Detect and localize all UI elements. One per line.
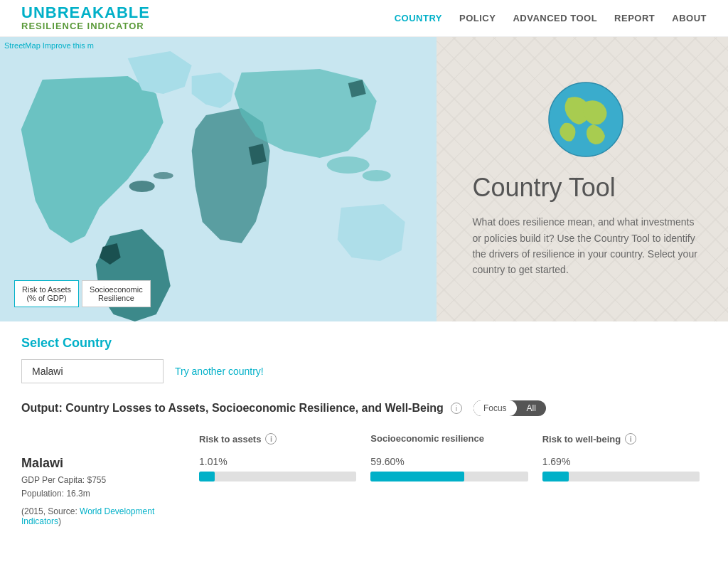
panel-title: Country Tool bbox=[472, 173, 700, 203]
col-header-risk-assets: Risk to assets i bbox=[192, 433, 363, 456]
svg-point-1 bbox=[327, 156, 370, 174]
main-nav: COUNTRY POLICY ADVANCED TOOL REPORT ABOU… bbox=[395, 13, 707, 23]
country-input-row: Try another country! bbox=[21, 359, 707, 383]
value-risk-assets: 1.01% bbox=[199, 456, 356, 467]
metrics-values: 1.01% 59.60% 1.69% bbox=[192, 456, 707, 526]
bar-fill-socioeconomic bbox=[370, 472, 464, 481]
metric-risk-assets: 1.01% bbox=[192, 456, 363, 526]
country-name: Malawi bbox=[21, 456, 178, 471]
toggle-all[interactable]: All bbox=[517, 400, 546, 416]
col-label-socioeconomic: Socioeconomic resilience bbox=[370, 433, 484, 444]
country-row: Malawi GDP Per Capita: $755 Population: … bbox=[21, 456, 707, 526]
try-another-link[interactable]: Try another country! bbox=[175, 366, 264, 377]
bar-fill-risk-assets bbox=[199, 472, 215, 481]
source-suffix: ) bbox=[58, 516, 61, 526]
side-panel: › Country Tool What does resilience mean… bbox=[437, 37, 728, 321]
metrics-header-cols: Risk to assets i Socioeconomic resilienc… bbox=[192, 433, 707, 456]
panel-content: Country Tool What does resilience mean, … bbox=[472, 80, 700, 278]
country-gdp: GDP Per Capita: $755 bbox=[21, 474, 178, 487]
svg-point-2 bbox=[363, 170, 391, 181]
header: UNBREAKABLE RESILIENCE INDICATOR COUNTRY… bbox=[0, 0, 728, 37]
legend-socioeconomic[interactable]: Socioeconomic Resilience bbox=[82, 280, 151, 307]
output-header: Output: Country Losses to Assets, Socioe… bbox=[21, 400, 707, 416]
country-source: (2015, Source: World Development Indicat… bbox=[21, 506, 178, 526]
map-legend: Risk to Assets (% of GDP) Socioeconomic … bbox=[14, 280, 151, 307]
nav-report[interactable]: REPORT bbox=[614, 13, 655, 23]
col-info-risk-wellbeing[interactable]: i bbox=[625, 433, 636, 445]
output-info-icon[interactable]: i bbox=[451, 403, 462, 414]
output-title: Output: Country Losses to Assets, Socioe… bbox=[21, 402, 444, 415]
column-headers: Risk to assets i Socioeconomic resilienc… bbox=[21, 433, 707, 456]
col-header-risk-wellbeing: Risk to well-being i bbox=[535, 433, 707, 456]
bar-bg-risk-assets bbox=[199, 472, 356, 481]
bar-bg-risk-wellbeing bbox=[542, 472, 700, 481]
svg-point-3 bbox=[129, 181, 155, 192]
col-info-risk-assets[interactable]: i bbox=[265, 433, 277, 445]
nav-country[interactable]: COUNTRY bbox=[395, 13, 442, 23]
country-info: Malawi GDP Per Capita: $755 Population: … bbox=[21, 456, 192, 526]
source-prefix: (2015, Source: bbox=[21, 506, 80, 516]
bar-fill-risk-wellbeing bbox=[542, 472, 569, 481]
metric-risk-wellbeing: 1.69% bbox=[535, 456, 707, 526]
panel-description: What does resilience mean, and what inve… bbox=[472, 214, 700, 278]
globe-icon bbox=[547, 80, 625, 159]
col-label-risk-wellbeing: Risk to well-being bbox=[542, 434, 621, 445]
logo-bottom: RESILIENCE INDICATOR bbox=[21, 21, 150, 31]
map-container[interactable]: StreetMap Improve this m bbox=[0, 37, 437, 321]
metric-socioeconomic: 59.60% bbox=[363, 456, 535, 526]
country-input[interactable] bbox=[21, 359, 164, 383]
nav-about[interactable]: ABOUT bbox=[672, 13, 707, 23]
logo: UNBREAKABLE RESILIENCE INDICATOR bbox=[21, 4, 150, 31]
toggle-group: Focus All bbox=[473, 400, 546, 416]
value-risk-wellbeing: 1.69% bbox=[542, 456, 700, 467]
bar-bg-socioeconomic bbox=[370, 472, 528, 481]
toggle-focus[interactable]: Focus bbox=[473, 400, 517, 416]
logo-top: UNBREAKABLE bbox=[21, 4, 150, 21]
lower-section: Select Country Try another country! Outp… bbox=[0, 321, 728, 548]
nav-policy[interactable]: POLICY bbox=[459, 13, 496, 23]
select-country-label: Select Country bbox=[21, 336, 707, 351]
value-socioeconomic: 59.60% bbox=[370, 456, 528, 467]
svg-point-4 bbox=[154, 172, 173, 179]
nav-advanced-tool[interactable]: ADVANCED TOOL bbox=[513, 13, 597, 23]
legend-risk-assets[interactable]: Risk to Assets (% of GDP) bbox=[14, 280, 79, 307]
country-population: Population: 16.3m bbox=[21, 487, 178, 501]
col-header-socioeconomic: Socioeconomic resilience bbox=[363, 433, 535, 456]
map-section: StreetMap Improve this m bbox=[0, 37, 728, 321]
map-attribution: StreetMap Improve this m bbox=[4, 41, 94, 50]
col-label-risk-assets: Risk to assets bbox=[199, 434, 261, 445]
